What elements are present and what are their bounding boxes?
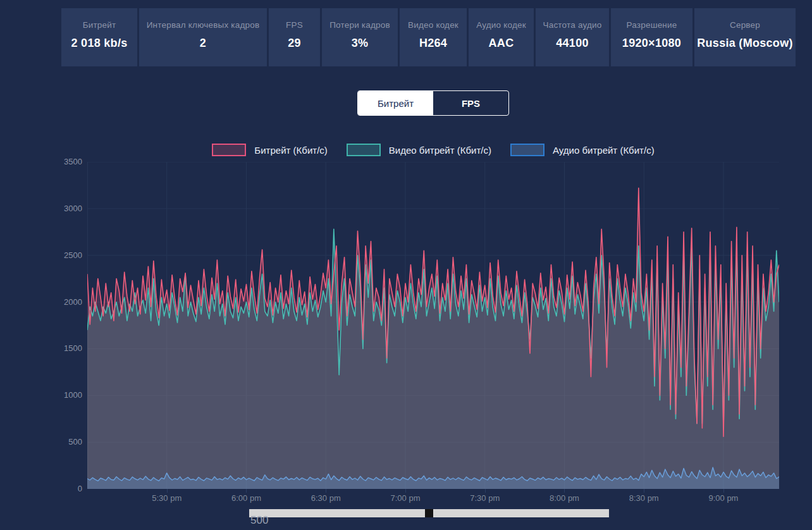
stat-value: 3% [322, 37, 398, 50]
legend-label: Битрейт (Кбит/с) [254, 145, 327, 156]
axis-tick [485, 489, 486, 493]
stat-cell-resolution: Разрешение 1920×1080 [611, 8, 692, 66]
legend-label: Видео битрейт (Кбит/с) [389, 145, 491, 156]
stat-cell-fps: FPS 29 [269, 8, 320, 66]
x-axis-label: 7:00 pm [380, 493, 431, 503]
legend-swatch-bitrate [212, 144, 246, 156]
axis-tick [246, 489, 247, 493]
stat-label: Видео кодек [400, 20, 467, 30]
stat-cell-bitrate: Битрейт 2 018 kb/s [61, 8, 137, 66]
stat-cell-frame-loss: Потери кадров 3% [322, 8, 398, 66]
stat-label: Аудио кодек [469, 20, 534, 30]
scroll-range-label: 500 [250, 514, 268, 527]
chart-mode-toggle-wrap: Битрейт FPS [87, 90, 779, 116]
stat-label: Интервал ключевых кадров [139, 20, 267, 30]
x-axis-label: 5:30 pm [142, 493, 192, 503]
tab-bitrate[interactable]: Битрейт [358, 91, 433, 115]
chart-canvas[interactable] [87, 162, 779, 489]
stat-label: Потери кадров [322, 20, 398, 30]
y-axis-label: 2000 [54, 297, 82, 307]
chart-legend: Битрейт (Кбит/с) Видео битрейт (Кбит/с) … [87, 144, 779, 156]
y-axis-label: 1000 [54, 390, 82, 400]
stat-value: 1920×1080 [611, 37, 692, 50]
chart-scrollbar[interactable] [249, 509, 609, 517]
axis-tick [326, 489, 326, 493]
legend-item-video-bitrate[interactable]: Видео битрейт (Кбит/с) [347, 144, 491, 156]
stat-cell-keyframe-interval: Интервал ключевых кадров 2 [139, 8, 267, 66]
tab-fps[interactable]: FPS [433, 91, 508, 115]
stat-cell-video-codec: Видео кодек H264 [400, 8, 467, 66]
stat-label: Частота аудио [536, 20, 609, 30]
x-axis-label: 7:30 pm [460, 493, 510, 503]
bitrate-chart: 05001000150020002500300035005:30 pm6:00 … [0, 162, 812, 516]
axis-tick [644, 489, 644, 493]
stat-label: Битрейт [61, 20, 137, 30]
x-axis-label: 8:00 pm [539, 493, 589, 503]
x-axis-label: 6:00 pm [221, 493, 271, 503]
stream-stats-page: Битрейт 2 018 kb/s Интервал ключевых кад… [0, 0, 812, 530]
y-axis-label: 500 [54, 437, 82, 447]
legend-swatch-audio-bitrate [510, 144, 544, 156]
axis-tick [564, 489, 565, 493]
scrollbar-handle[interactable] [425, 509, 433, 517]
stat-value: 44100 [536, 37, 609, 50]
stat-cell-audio-codec: Аудио кодек AAC [469, 8, 534, 66]
stats-bar: Битрейт 2 018 kb/s Интервал ключевых кад… [61, 8, 796, 66]
legend-item-audio-bitrate[interactable]: Аудио битрейт (Кбит/с) [510, 144, 655, 156]
chart-mode-toggle: Битрейт FPS [357, 90, 509, 116]
y-axis-label: 1500 [54, 343, 82, 353]
y-axis-label: 3500 [54, 157, 82, 166]
axis-tick [167, 489, 168, 493]
stat-value: 29 [269, 37, 320, 50]
legend-label: Аудио битрейт (Кбит/с) [553, 145, 655, 156]
y-axis-label: 2500 [54, 250, 82, 260]
x-axis-label: 9:00 pm [698, 493, 749, 503]
stat-value: AAC [469, 37, 534, 50]
stat-label: Сервер [694, 20, 796, 30]
legend-swatch-video-bitrate [347, 144, 381, 156]
legend-item-bitrate[interactable]: Битрейт (Кбит/с) [212, 144, 327, 156]
stat-label: Разрешение [611, 20, 692, 30]
stat-cell-audio-rate: Частота аудио 44100 [536, 8, 609, 66]
stat-value: H264 [400, 37, 467, 50]
stat-value: 2 018 kb/s [61, 37, 137, 50]
stat-label: FPS [269, 20, 320, 30]
y-axis-label: 3000 [54, 204, 82, 213]
stat-value: 2 [139, 37, 267, 50]
x-axis-label: 6:30 pm [300, 493, 351, 503]
x-axis-label: 8:30 pm [618, 493, 669, 503]
y-axis-label: 0 [54, 484, 82, 493]
stat-cell-server: Сервер Russia (Moscow) [694, 8, 796, 66]
axis-tick [723, 489, 724, 493]
axis-tick [405, 489, 406, 493]
stat-value: Russia (Moscow) [694, 37, 796, 50]
